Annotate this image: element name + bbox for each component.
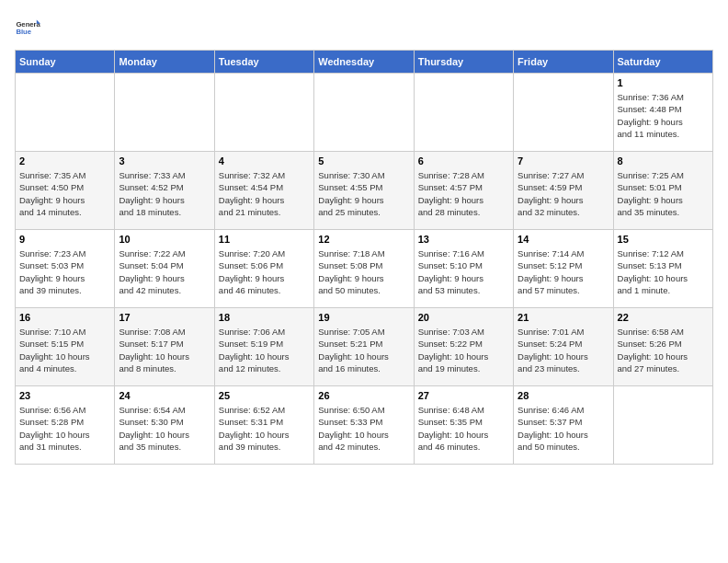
cell-info: Sunrise: 7:25 AM Sunset: 5:01 PM Dayligh… [618,169,709,218]
cell-day-number: 23 [19,390,110,401]
svg-text:Blue: Blue [16,28,31,36]
logo: General Blue [15,15,44,40]
cell-day-number: 10 [119,234,210,245]
calendar-cell [214,74,313,152]
calendar-row: 2Sunrise: 7:35 AM Sunset: 4:50 PM Daylig… [16,152,713,230]
cell-info: Sunrise: 7:35 AM Sunset: 4:50 PM Dayligh… [19,169,110,218]
weekday-header-wednesday: Wednesday [314,51,414,74]
cell-day-number: 18 [219,312,310,323]
cell-info: Sunrise: 7:27 AM Sunset: 4:59 PM Dayligh… [518,169,609,218]
cell-info: Sunrise: 7:20 AM Sunset: 5:06 PM Dayligh… [219,247,310,296]
cell-day-number: 11 [219,234,310,245]
cell-info: Sunrise: 6:56 AM Sunset: 5:28 PM Dayligh… [19,404,110,453]
calendar-cell [16,74,115,152]
cell-info: Sunrise: 6:46 AM Sunset: 5:37 PM Dayligh… [518,404,609,453]
cell-info: Sunrise: 7:18 AM Sunset: 5:08 PM Dayligh… [318,247,409,296]
calendar-cell: 17Sunrise: 7:08 AM Sunset: 5:17 PM Dayli… [115,308,214,386]
cell-info: Sunrise: 7:10 AM Sunset: 5:15 PM Dayligh… [19,326,110,374]
calendar-cell: 24Sunrise: 6:54 AM Sunset: 5:30 PM Dayli… [115,386,214,465]
calendar-cell: 23Sunrise: 6:56 AM Sunset: 5:28 PM Dayli… [16,386,115,465]
calendar-cell: 8Sunrise: 7:25 AM Sunset: 5:01 PM Daylig… [613,152,712,230]
calendar-cell: 16Sunrise: 7:10 AM Sunset: 5:15 PM Dayli… [16,308,115,386]
cell-info: Sunrise: 7:28 AM Sunset: 4:57 PM Dayligh… [418,169,509,218]
calendar-cell: 20Sunrise: 7:03 AM Sunset: 5:22 PM Dayli… [414,308,513,386]
weekday-header-saturday: Saturday [613,51,712,74]
calendar-cell: 3Sunrise: 7:33 AM Sunset: 4:52 PM Daylig… [115,152,214,230]
cell-info: Sunrise: 7:12 AM Sunset: 5:13 PM Dayligh… [618,247,709,296]
cell-day-number: 4 [219,155,310,167]
cell-day-number: 8 [618,155,709,167]
cell-info: Sunrise: 6:58 AM Sunset: 5:26 PM Dayligh… [618,326,709,374]
cell-day-number: 13 [418,234,509,245]
cell-info: Sunrise: 7:36 AM Sunset: 4:48 PM Dayligh… [618,91,709,140]
calendar-cell: 25Sunrise: 6:52 AM Sunset: 5:31 PM Dayli… [214,386,313,465]
calendar-cell: 28Sunrise: 6:46 AM Sunset: 5:37 PM Dayli… [514,386,613,465]
cell-info: Sunrise: 6:54 AM Sunset: 5:30 PM Dayligh… [119,404,210,453]
weekday-header-sunday: Sunday [16,51,115,74]
cell-day-number: 1 [618,77,709,88]
calendar-cell: 1Sunrise: 7:36 AM Sunset: 4:48 PM Daylig… [613,74,712,152]
logo-icon: General Blue [15,15,40,40]
cell-info: Sunrise: 7:33 AM Sunset: 4:52 PM Dayligh… [119,169,210,218]
calendar-header-row: SundayMondayTuesdayWednesdayThursdayFrid… [16,51,713,74]
cell-info: Sunrise: 7:03 AM Sunset: 5:22 PM Dayligh… [418,326,509,374]
calendar-cell [613,386,712,465]
calendar-cell: 18Sunrise: 7:06 AM Sunset: 5:19 PM Dayli… [214,308,313,386]
cell-day-number: 15 [618,234,709,245]
cell-day-number: 16 [19,312,110,323]
cell-info: Sunrise: 7:01 AM Sunset: 5:24 PM Dayligh… [518,326,609,374]
calendar-cell: 6Sunrise: 7:28 AM Sunset: 4:57 PM Daylig… [414,152,513,230]
cell-info: Sunrise: 7:06 AM Sunset: 5:19 PM Dayligh… [219,326,310,374]
cell-day-number: 27 [418,390,509,401]
calendar-cell: 9Sunrise: 7:23 AM Sunset: 5:03 PM Daylig… [16,230,115,308]
weekday-header-monday: Monday [115,51,214,74]
calendar-cell: 7Sunrise: 7:27 AM Sunset: 4:59 PM Daylig… [514,152,613,230]
page-header: General Blue [15,15,713,40]
cell-info: Sunrise: 7:14 AM Sunset: 5:12 PM Dayligh… [518,247,609,296]
cell-day-number: 6 [418,155,509,167]
cell-info: Sunrise: 6:48 AM Sunset: 5:35 PM Dayligh… [418,404,509,453]
cell-day-number: 12 [318,234,409,245]
calendar-cell: 19Sunrise: 7:05 AM Sunset: 5:21 PM Dayli… [314,308,414,386]
weekday-header-friday: Friday [514,51,613,74]
cell-day-number: 14 [518,234,609,245]
weekday-header-thursday: Thursday [414,51,513,74]
calendar-cell: 22Sunrise: 6:58 AM Sunset: 5:26 PM Dayli… [613,308,712,386]
calendar-cell: 13Sunrise: 7:16 AM Sunset: 5:10 PM Dayli… [414,230,513,308]
calendar-cell: 14Sunrise: 7:14 AM Sunset: 5:12 PM Dayli… [514,230,613,308]
cell-day-number: 25 [219,390,310,401]
cell-info: Sunrise: 7:08 AM Sunset: 5:17 PM Dayligh… [119,326,210,374]
cell-day-number: 21 [518,312,609,323]
cell-day-number: 3 [119,155,210,167]
cell-day-number: 26 [318,390,409,401]
calendar-cell: 5Sunrise: 7:30 AM Sunset: 4:55 PM Daylig… [314,152,414,230]
cell-day-number: 22 [618,312,709,323]
calendar-cell: 27Sunrise: 6:48 AM Sunset: 5:35 PM Dayli… [414,386,513,465]
calendar-cell [314,74,414,152]
cell-day-number: 20 [418,312,509,323]
cell-day-number: 5 [318,155,409,167]
cell-day-number: 28 [518,390,609,401]
calendar-table: SundayMondayTuesdayWednesdayThursdayFrid… [15,50,713,465]
cell-info: Sunrise: 7:32 AM Sunset: 4:54 PM Dayligh… [219,169,310,218]
weekday-header-tuesday: Tuesday [214,51,313,74]
calendar-cell: 21Sunrise: 7:01 AM Sunset: 5:24 PM Dayli… [514,308,613,386]
calendar-row: 16Sunrise: 7:10 AM Sunset: 5:15 PM Dayli… [16,308,713,386]
calendar-row: 9Sunrise: 7:23 AM Sunset: 5:03 PM Daylig… [16,230,713,308]
cell-info: Sunrise: 7:23 AM Sunset: 5:03 PM Dayligh… [19,247,110,296]
calendar-cell: 11Sunrise: 7:20 AM Sunset: 5:06 PM Dayli… [214,230,313,308]
calendar-cell [514,74,613,152]
calendar-cell: 12Sunrise: 7:18 AM Sunset: 5:08 PM Dayli… [314,230,414,308]
cell-day-number: 17 [119,312,210,323]
cell-info: Sunrise: 7:16 AM Sunset: 5:10 PM Dayligh… [418,247,509,296]
cell-info: Sunrise: 7:05 AM Sunset: 5:21 PM Dayligh… [318,326,409,374]
calendar-cell [115,74,214,152]
cell-info: Sunrise: 7:30 AM Sunset: 4:55 PM Dayligh… [318,169,409,218]
calendar-cell: 4Sunrise: 7:32 AM Sunset: 4:54 PM Daylig… [214,152,313,230]
calendar-cell: 10Sunrise: 7:22 AM Sunset: 5:04 PM Dayli… [115,230,214,308]
calendar-row: 23Sunrise: 6:56 AM Sunset: 5:28 PM Dayli… [16,386,713,465]
cell-day-number: 2 [19,155,110,167]
cell-day-number: 24 [119,390,210,401]
cell-info: Sunrise: 7:22 AM Sunset: 5:04 PM Dayligh… [119,247,210,296]
cell-day-number: 7 [518,155,609,167]
